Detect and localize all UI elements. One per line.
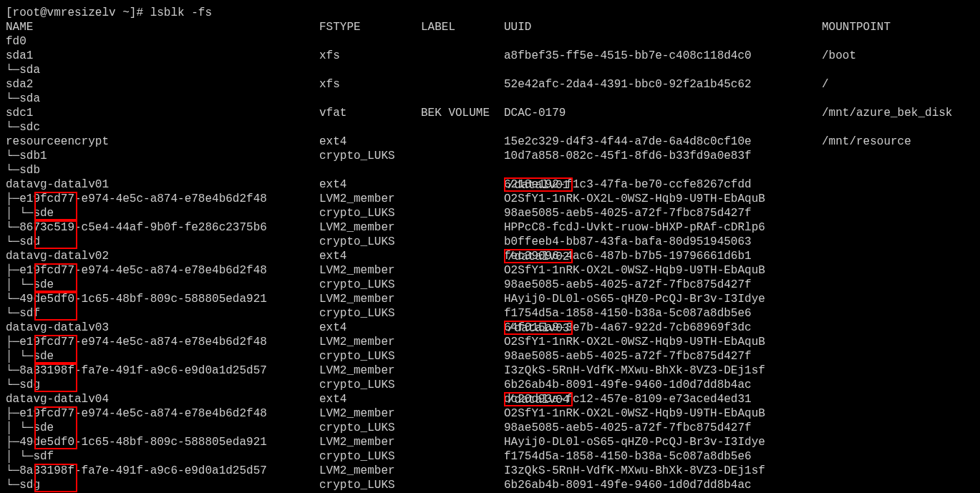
cell-uuid: DCAC-0179 <box>504 106 822 120</box>
cell-name: sda1 <box>6 49 319 63</box>
cell-fstype: crypto_LUKS <box>319 235 421 249</box>
highlight-mountpoint: /datalv01 <box>504 177 573 192</box>
cell-name: │ └─sdf <box>6 449 319 464</box>
cell-name: └─sdg <box>6 478 319 492</box>
cell-fstype: ext4 <box>319 177 421 192</box>
prompt-line: [root@vmresizelv ~]# lsblk -fs <box>6 6 980 20</box>
output-row: └─sdc <box>6 120 980 135</box>
output-row: └─sdgcrypto_LUKS6b26ab4b-8091-49fe-9460-… <box>6 478 980 492</box>
output-row: └─sdgcrypto_LUKS6b26ab4b-8091-49fe-9460-… <box>6 378 980 392</box>
output-row: sdc1vfatBEK VOLUMEDCAC-0179/mnt/azure_be… <box>6 106 980 120</box>
cell-fstype: crypto_LUKS <box>319 478 421 492</box>
col-header-uuid: UUID <box>504 20 822 34</box>
output-row: └─sdb <box>6 163 980 177</box>
cell-fstype: LVM2_member <box>319 464 421 478</box>
cell-fstype: ext4 <box>319 321 421 335</box>
cell-fstype: crypto_LUKS <box>319 278 421 292</box>
cell-uuid: 52e42afc-2da4-4391-bbc0-92f2a1b45c62 <box>504 77 822 92</box>
cell-fstype: crypto_LUKS <box>319 306 421 321</box>
terminal[interactable]: [root@vmresizelv ~]# lsblk -fs NAMEFSTYP… <box>0 0 980 492</box>
output-row: datavg-datalv04ext4dc20d93a-fc12-457e-81… <box>6 392 980 406</box>
cell-fstype: LVM2_member <box>319 406 421 421</box>
cell-name: │ └─sde <box>6 206 319 220</box>
shell-prompt: [root@vmresizelv ~]# lsblk -fs <box>6 6 212 19</box>
output-row: │ └─sdecrypto_LUKS98ae5085-aeb5-4025-a72… <box>6 206 980 220</box>
header-row: NAMEFSTYPELABELUUIDMOUNTPOINT <box>6 20 980 34</box>
cell-name: └─sdc <box>6 120 319 135</box>
highlight-mountpoint: /datalv02 <box>504 249 573 263</box>
cell-uuid: I3zQkS-5RnH-VdfK-MXwu-BhXk-8VZ3-DEj1sf <box>504 363 822 378</box>
col-header-name: NAME <box>6 20 319 34</box>
cell-fstype: xfs <box>319 49 421 63</box>
cell-name: └─sdd <box>6 235 319 249</box>
output-row: fd0 <box>6 34 980 49</box>
cell-fstype: ext4 <box>319 392 421 406</box>
output-row: └─8a33198f-fa7e-491f-a9c6-e9d0a1d25d57LV… <box>6 363 980 378</box>
cell-fstype: ext4 <box>319 249 421 263</box>
output-row: ├─e19fcd77-e974-4e5c-a874-e78e4b6d2f48LV… <box>6 263 980 278</box>
cell-name: └─sdf <box>6 306 319 321</box>
cell-uuid: HPPcC8-fcdJ-Uvkt-ruow-bHXP-pRAf-cDRlp6 <box>504 220 822 235</box>
cell-uuid: O2SfY1-1nRK-OX2L-0WSZ-Hqb9-U9TH-EbAquB <box>504 192 822 206</box>
cell-fstype: crypto_LUKS <box>319 421 421 435</box>
cell-name: └─8673c519-c5e4-44af-9b0f-fe286c2375b6 <box>6 220 319 235</box>
output-row: └─sdfcrypto_LUKSf1754d5a-1858-4150-b38a-… <box>6 306 980 321</box>
cell-name: └─8a33198f-fa7e-491f-a9c6-e9d0a1d25d57 <box>6 464 319 478</box>
cell-uuid: f1754d5a-1858-4150-b38a-5c087a8db5e6 <box>504 306 822 321</box>
output-row: └─sda <box>6 63 980 77</box>
output-row: └─8673c519-c5e4-44af-9b0f-fe286c2375b6LV… <box>6 220 980 235</box>
cell-uuid: 6b26ab4b-8091-49fe-9460-1d0d7dd8b4ac <box>504 378 822 392</box>
output-row: └─sddcrypto_LUKSb0ffeeb4-bb87-43fa-bafa-… <box>6 235 980 249</box>
output-row: ├─e19fcd77-e974-4e5c-a874-e78e4b6d2f48LV… <box>6 406 980 421</box>
cell-name: datavg-datalv03 <box>6 321 319 335</box>
cell-uuid: 98ae5085-aeb5-4025-a72f-7fbc875d427f <box>504 421 822 435</box>
cell-uuid: HAyij0-DL0l-oS65-qHZ0-PcQJ-Br3v-I3Idye <box>504 292 822 306</box>
cell-mount: / <box>822 77 980 92</box>
output-row: sda2xfs52e42afc-2da4-4391-bbc0-92f2a1b45… <box>6 77 980 92</box>
cell-name: ├─e19fcd77-e974-4e5c-a874-e78e4b6d2f48 <box>6 192 319 206</box>
highlight-mountpoint: /datalv04 <box>504 392 573 406</box>
cell-name: datavg-datalv01 <box>6 177 319 192</box>
cell-name: datavg-datalv04 <box>6 392 319 406</box>
cell-fstype: xfs <box>319 77 421 92</box>
output-row: ├─e19fcd77-e974-4e5c-a874-e78e4b6d2f48LV… <box>6 192 980 206</box>
cell-name: └─sda <box>6 63 319 77</box>
output-row: │ └─sdecrypto_LUKS98ae5085-aeb5-4025-a72… <box>6 349 980 363</box>
cell-name: └─sdb <box>6 163 319 177</box>
cell-name: ├─e19fcd77-e974-4e5c-a874-e78e4b6d2f48 <box>6 406 319 421</box>
cell-mount: /mnt/resource <box>822 135 980 149</box>
cell-name: │ └─sde <box>6 421 319 435</box>
output-row: │ └─sdfcrypto_LUKSf1754d5a-1858-4150-b38… <box>6 449 980 464</box>
cell-uuid: f1754d5a-1858-4150-b38a-5c087a8db5e6 <box>504 449 822 464</box>
cell-uuid: b0ffeeb4-bb87-43fa-bafa-80d951945063 <box>504 235 822 249</box>
cell-fstype: crypto_LUKS <box>319 149 421 163</box>
output-row: └─sda <box>6 92 980 106</box>
cell-fstype: ext4 <box>319 135 421 149</box>
cell-uuid: O2SfY1-1nRK-OX2L-0WSZ-Hqb9-U9TH-EbAquB <box>504 335 822 349</box>
cell-name: └─49de5df0-1c65-48bf-809c-588805eda921 <box>6 292 319 306</box>
cell-uuid: O2SfY1-1nRK-OX2L-0WSZ-Hqb9-U9TH-EbAquB <box>504 406 822 421</box>
cell-name: │ └─sde <box>6 278 319 292</box>
cell-name: fd0 <box>6 34 319 49</box>
col-header-mount: MOUNTPOINT <box>822 20 980 34</box>
cell-fstype: LVM2_member <box>319 335 421 349</box>
cell-label: BEK VOLUME <box>421 106 504 120</box>
cell-uuid: 98ae5085-aeb5-4025-a72f-7fbc875d427f <box>504 278 822 292</box>
output-row: sda1xfsa8fbef35-ff5e-4515-bb7e-c408c118d… <box>6 49 980 63</box>
output-row: datavg-datalv02ext4fec39096-4ac6-487b-b7… <box>6 249 980 263</box>
cell-fstype: crypto_LUKS <box>319 378 421 392</box>
cell-fstype: crypto_LUKS <box>319 206 421 220</box>
cell-name: resourceencrypt <box>6 135 319 149</box>
cell-fstype: LVM2_member <box>319 363 421 378</box>
cell-uuid: 98ae5085-aeb5-4025-a72f-7fbc875d427f <box>504 206 822 220</box>
output-row: └─49de5df0-1c65-48bf-809c-588805eda921LV… <box>6 292 980 306</box>
cell-name: sda2 <box>6 77 319 92</box>
cell-fstype: LVM2_member <box>319 292 421 306</box>
output-row: datavg-datalv01ext46218e192-f1c3-47fa-be… <box>6 177 980 192</box>
cell-name: └─sdg <box>6 378 319 392</box>
highlight-mountpoint: /datalv03 <box>504 321 573 335</box>
cell-name: └─sdb1 <box>6 149 319 163</box>
output-row: └─8a33198f-fa7e-491f-a9c6-e9d0a1d25d57LV… <box>6 464 980 478</box>
cell-name: sdc1 <box>6 106 319 120</box>
cell-mount: /boot <box>822 49 980 63</box>
